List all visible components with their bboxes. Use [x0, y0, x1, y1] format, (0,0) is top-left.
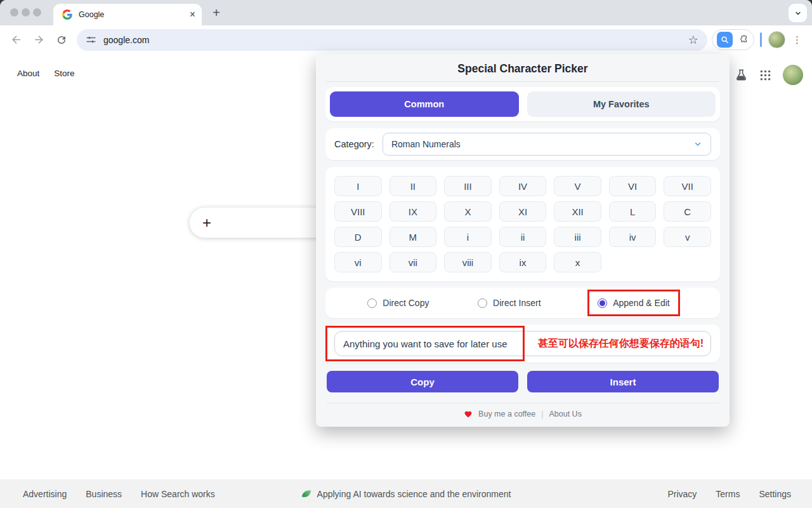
char-button[interactable]: XII — [554, 201, 601, 222]
char-button[interactable]: vi — [334, 252, 382, 272]
tab-title: Google — [79, 10, 190, 19]
character-grid: IIIIIIIVVVIVIIVIIIIXXXIXIILCDMiiiiiiivvv… — [325, 167, 720, 281]
chevron-down-icon — [794, 10, 802, 17]
browser-toolbar: google.com ☆ ⋮ — [0, 25, 812, 54]
mode-label: Direct Copy — [383, 298, 429, 308]
window-zoom-button[interactable] — [33, 8, 41, 17]
search-plus-icon[interactable]: + — [202, 214, 211, 232]
window-close-button[interactable] — [10, 8, 18, 17]
footer-center-text[interactable]: Applying AI towards science and the envi… — [317, 489, 511, 499]
annotation-chinese-note: 甚至可以保存任何你想要保存的语句! — [538, 337, 704, 351]
char-button[interactable]: iv — [609, 227, 657, 247]
footer-separator: | — [541, 410, 543, 418]
url-text[interactable]: google.com — [103, 35, 688, 45]
nav-link-store[interactable]: Store — [54, 69, 74, 78]
browser-menu-icon[interactable]: ⋮ — [792, 34, 802, 46]
insert-button[interactable]: Insert — [527, 371, 719, 392]
char-button[interactable]: C — [664, 201, 711, 222]
char-button[interactable]: III — [444, 176, 492, 196]
leaf-icon — [301, 488, 312, 499]
site-settings-icon[interactable] — [86, 34, 96, 45]
char-button[interactable]: VI — [609, 176, 657, 196]
footer-link-how-search-works[interactable]: How Search works — [141, 489, 215, 499]
new-tab-button[interactable]: + — [209, 5, 224, 20]
mode-option-direct-copy[interactable]: Direct Copy — [367, 298, 429, 308]
google-favicon-icon — [62, 10, 72, 20]
active-extension-icon[interactable] — [717, 32, 733, 48]
category-row: Category: Roman Numerals — [325, 128, 720, 160]
char-button[interactable]: iii — [554, 227, 601, 247]
char-button[interactable]: X — [444, 201, 492, 222]
popup-tab-my-favorites[interactable]: My Favorites — [527, 91, 716, 117]
forward-button[interactable] — [29, 30, 48, 50]
char-button[interactable]: ii — [499, 227, 547, 247]
focus-divider — [760, 32, 762, 47]
footer-link-privacy[interactable]: Privacy — [667, 489, 697, 499]
char-button[interactable]: v — [664, 227, 711, 247]
footer-center: Applying AI towards science and the envi… — [301, 488, 511, 499]
labs-flask-icon[interactable] — [735, 68, 748, 83]
heart-icon — [464, 410, 473, 418]
char-button[interactable]: L — [609, 201, 657, 222]
footer-divider — [326, 403, 719, 403]
char-button[interactable]: i — [444, 227, 492, 247]
action-buttons: Copy Insert — [327, 371, 719, 392]
popup-footer: Buy me a coffee | About Us — [316, 410, 730, 418]
back-button[interactable] — [6, 30, 25, 50]
char-button[interactable]: vii — [390, 252, 437, 272]
bookmark-star-icon[interactable]: ☆ — [688, 33, 698, 47]
footer-links-left: AdvertisingBusinessHow Search works — [23, 489, 215, 499]
mode-options: Direct CopyDirect InsertAppend & Edit — [325, 288, 720, 318]
category-label: Category: — [334, 139, 374, 149]
address-bar[interactable]: google.com ☆ — [77, 29, 707, 51]
mode-label: Append & Edit — [613, 298, 670, 308]
google-top-nav: AboutStore — [17, 69, 75, 78]
category-select[interactable]: Roman Numerals — [383, 133, 711, 156]
radio-icon[interactable] — [598, 298, 607, 308]
footer-link-settings[interactable]: Settings — [759, 489, 791, 499]
footer-link-advertising[interactable]: Advertising — [23, 489, 67, 499]
reload-button[interactable] — [52, 30, 71, 50]
char-button[interactable]: XI — [499, 201, 547, 222]
footer-link-terms[interactable]: Terms — [716, 489, 740, 499]
char-button[interactable]: IX — [390, 201, 437, 222]
browser-window: Google × + google.com — [0, 0, 812, 508]
radio-icon[interactable] — [478, 298, 487, 308]
popup-title: Special Character Picker — [316, 62, 730, 76]
footer-links-right: PrivacyTermsSettings — [667, 489, 791, 499]
char-button[interactable]: II — [390, 176, 437, 196]
popup-tab-common[interactable]: Common — [330, 91, 519, 117]
google-footer: AdvertisingBusinessHow Search works Appl… — [0, 479, 812, 508]
mode-option-append-edit[interactable]: Append & Edit — [589, 291, 678, 314]
select-chevron-icon — [693, 140, 702, 149]
char-button[interactable]: x — [554, 252, 601, 272]
radio-icon[interactable] — [367, 298, 377, 308]
mode-option-direct-insert[interactable]: Direct Insert — [478, 298, 540, 308]
about-us-link[interactable]: About Us — [549, 410, 581, 418]
char-button[interactable]: ix — [499, 252, 547, 272]
tab-close-icon[interactable]: × — [190, 10, 195, 20]
page-content: AboutStore + Speci — [0, 54, 812, 508]
extension-popup: Special Character Picker CommonMy Favori… — [316, 54, 730, 427]
apps-grid-icon[interactable] — [759, 69, 772, 82]
nav-link-about[interactable]: About — [17, 69, 39, 78]
browser-tab[interactable]: Google × — [53, 4, 202, 25]
copy-button[interactable]: Copy — [327, 371, 518, 392]
char-button[interactable]: I — [334, 176, 382, 196]
window-minimize-button[interactable] — [22, 8, 30, 17]
char-button[interactable]: viii — [444, 252, 492, 272]
category-value: Roman Numerals — [391, 139, 693, 149]
extensions-puzzle-icon[interactable] — [737, 34, 749, 46]
char-button[interactable]: VII — [664, 176, 711, 196]
footer-link-business[interactable]: Business — [86, 489, 122, 499]
char-button[interactable]: V — [554, 176, 601, 196]
profile-avatar[interactable] — [768, 31, 785, 48]
tab-list-button[interactable] — [789, 4, 807, 22]
char-button[interactable]: D — [334, 227, 382, 247]
char-button[interactable]: IV — [499, 176, 547, 196]
buy-coffee-link[interactable]: Buy me a coffee — [478, 410, 535, 418]
account-avatar[interactable] — [783, 65, 803, 85]
google-top-right — [735, 65, 803, 85]
char-button[interactable]: M — [390, 227, 437, 247]
char-button[interactable]: VIII — [334, 201, 382, 222]
